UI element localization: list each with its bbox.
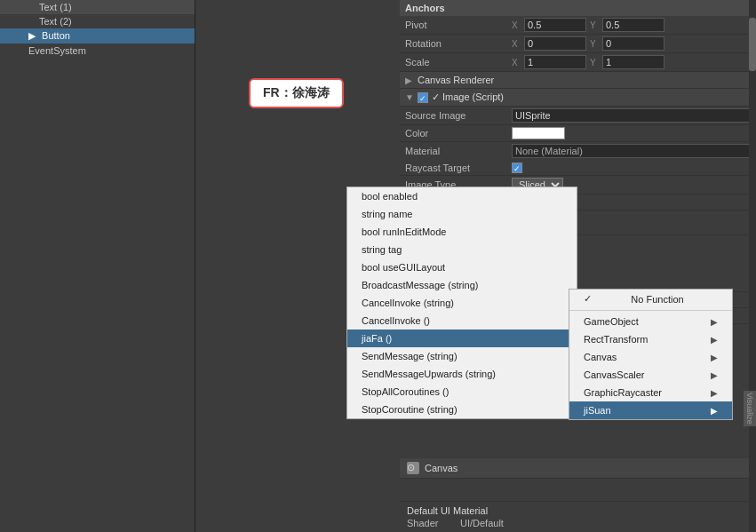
image-script-arrow: ▼ [405, 92, 414, 102]
default-material-section: Default UI Material Shader UI/Default [400, 501, 749, 532]
right-dropdown-canvas[interactable]: Canvas ▶ [569, 348, 732, 366]
canvas-arrow: ▶ [711, 353, 718, 362]
rotation-row: Rotation X Y [400, 35, 756, 53]
inspector-scrollbar[interactable] [749, 0, 756, 532]
hierarchy-item-button[interactable]: ▶ Button [0, 28, 195, 44]
canvas-icon: ⊙ [407, 462, 419, 474]
dropdown-item-use-guilayout[interactable]: bool useGUILayout [347, 258, 577, 276]
color-row: Color [400, 125, 756, 142]
pivot-xy: X Y [512, 18, 664, 32]
raycast-row: Raycast Target [400, 160, 756, 176]
material-input[interactable] [512, 144, 751, 158]
right-dropdown-no-function[interactable]: No Function [569, 290, 732, 308]
divider [569, 310, 732, 311]
image-script-header: ▼ ✓ Image (Script) [400, 89, 756, 107]
scale-x-input[interactable] [524, 55, 586, 69]
right-dropdown-canvasscaler[interactable]: CanvasScaler ▶ [569, 366, 732, 384]
rotation-xy: X Y [512, 36, 664, 51]
image-enabled-checkbox[interactable] [418, 92, 428, 103]
default-material-label: Default UI Material [407, 505, 742, 516]
dropdown-item-string-tag[interactable]: string tag [347, 241, 577, 258]
canvas-renderer-header: ▶ Canvas Renderer [400, 72, 756, 89]
pivot-y-input[interactable] [602, 18, 664, 32]
dropdown-item-jiafa[interactable]: jiaFa () [347, 330, 577, 347]
color-picker[interactable] [512, 127, 565, 139]
dropdown-item-cancelinvoke-str[interactable]: CancelInvoke (string) [347, 294, 577, 312]
dropdown-item-cancelinvoke[interactable]: CancelInvoke () [347, 312, 577, 330]
hierarchy-panel: Text (1) Text (2) ▶ Button EventSystem [0, 0, 195, 532]
material-row: Material [400, 142, 756, 160]
scroll-thumb[interactable] [749, 18, 756, 71]
dropdown-item-run-edit[interactable]: bool runInEditMode [347, 223, 577, 241]
dropdown-item-broadcast[interactable]: BroadcastMessage (string) [347, 276, 577, 294]
source-image-input[interactable] [512, 108, 751, 123]
left-dropdown-menu: bool enabled string name bool runInEditM… [346, 187, 577, 419]
gameobject-arrow: ▶ [711, 317, 718, 327]
graphicraycaster-arrow: ▶ [711, 388, 718, 398]
dropdown-item-stopall[interactable]: StopAllCoroutines () [347, 383, 577, 401]
shader-row: Shader UI/Default [407, 518, 742, 528]
dropdown-item-string-name[interactable]: string name [347, 205, 577, 223]
arrow-icon: ▶ [28, 30, 36, 41]
anchors-header: Anchors [400, 0, 756, 16]
jisuan-arrow: ▶ [711, 406, 718, 416]
source-image-row: Source Image [400, 107, 756, 125]
pivot-x-input[interactable] [524, 18, 586, 32]
dropdown-item-bool-enabled[interactable]: bool enabled [347, 187, 577, 205]
hierarchy-item-eventsystem[interactable]: EventSystem [0, 44, 195, 58]
pivot-row: Pivot X Y [400, 16, 756, 35]
right-dropdown-menu: No Function GameObject ▶ RectTransform ▶… [569, 289, 733, 420]
canvasscaler-arrow: ▶ [711, 370, 718, 380]
scale-xy: X Y [512, 55, 664, 69]
right-dropdown-gameobject[interactable]: GameObject ▶ [569, 313, 732, 330]
hierarchy-item-text2[interactable]: Text (2) [0, 14, 195, 28]
right-dropdown-jisuan[interactable]: jiSuan ▶ [569, 401, 732, 419]
rotation-x-input[interactable] [524, 36, 586, 51]
visualize-stub: Visualize [744, 391, 756, 426]
hierarchy-item-text1[interactable]: Text (1) [0, 0, 195, 14]
raycast-checkbox[interactable] [512, 163, 522, 173]
rotation-y-input[interactable] [602, 36, 664, 51]
scale-row: Scale X Y [400, 53, 756, 72]
scale-y-input[interactable] [602, 55, 664, 69]
canvas-renderer-arrow: ▶ [405, 75, 412, 85]
dropdown-item-sendmsgup[interactable]: SendMessageUpwards (string) [347, 365, 577, 383]
right-dropdown-recttransform[interactable]: RectTransform ▶ [569, 330, 732, 348]
recttransform-arrow: ▶ [711, 335, 718, 345]
canvas-bar: ⊙ Canvas [400, 458, 749, 479]
dropdown-item-stopcoroutine[interactable]: StopCoroutine (string) [347, 401, 577, 418]
dropdown-item-sendmsg[interactable]: SendMessage (string) [347, 347, 577, 365]
fr-label: FR：徐海涛 [249, 78, 344, 108]
right-dropdown-graphicraycaster[interactable]: GraphicRaycaster ▶ [569, 384, 732, 401]
